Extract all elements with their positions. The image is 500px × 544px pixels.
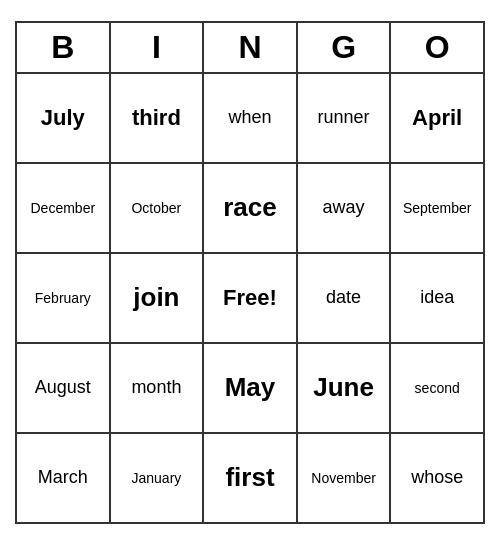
bingo-row-1: DecemberOctoberraceawaySeptember bbox=[17, 164, 483, 254]
bingo-cell-0-4: April bbox=[391, 74, 483, 162]
cell-text-1-0: December bbox=[31, 200, 96, 216]
cell-text-2-0: February bbox=[35, 290, 91, 306]
cell-text-1-2: race bbox=[223, 192, 277, 223]
cell-text-3-1: month bbox=[131, 377, 181, 398]
cell-text-0-4: April bbox=[412, 105, 462, 131]
bingo-row-2: FebruaryjoinFree!dateidea bbox=[17, 254, 483, 344]
cell-text-1-1: October bbox=[131, 200, 181, 216]
header-cell-o: O bbox=[391, 23, 483, 72]
cell-text-3-2: May bbox=[225, 372, 276, 403]
cell-text-4-4: whose bbox=[411, 467, 463, 488]
bingo-cell-0-3: runner bbox=[298, 74, 392, 162]
bingo-cell-2-2: Free! bbox=[204, 254, 298, 342]
cell-text-0-0: July bbox=[41, 105, 85, 131]
bingo-cell-0-0: July bbox=[17, 74, 111, 162]
header-cell-i: I bbox=[111, 23, 205, 72]
header-cell-n: N bbox=[204, 23, 298, 72]
cell-text-4-3: November bbox=[311, 470, 376, 486]
cell-text-2-4: idea bbox=[420, 287, 454, 308]
bingo-cell-4-2: first bbox=[204, 434, 298, 522]
header-row: BINGO bbox=[17, 23, 483, 74]
cell-text-3-4: second bbox=[415, 380, 460, 396]
bingo-cell-4-3: November bbox=[298, 434, 392, 522]
bingo-cell-3-4: second bbox=[391, 344, 483, 432]
bingo-cell-4-1: January bbox=[111, 434, 205, 522]
bingo-cell-0-1: third bbox=[111, 74, 205, 162]
bingo-cell-1-3: away bbox=[298, 164, 392, 252]
bingo-cell-3-2: May bbox=[204, 344, 298, 432]
cell-text-1-3: away bbox=[323, 197, 365, 218]
cell-text-3-3: June bbox=[313, 372, 374, 403]
bingo-cell-1-1: October bbox=[111, 164, 205, 252]
cell-text-3-0: August bbox=[35, 377, 91, 398]
bingo-cell-1-2: race bbox=[204, 164, 298, 252]
bingo-cell-2-0: February bbox=[17, 254, 111, 342]
cell-text-0-3: runner bbox=[318, 107, 370, 128]
cell-text-0-1: third bbox=[132, 105, 181, 131]
cell-text-4-1: January bbox=[131, 470, 181, 486]
cell-text-0-2: when bbox=[228, 107, 271, 128]
bingo-cell-3-1: month bbox=[111, 344, 205, 432]
bingo-cell-4-0: March bbox=[17, 434, 111, 522]
bingo-row-0: JulythirdwhenrunnerApril bbox=[17, 74, 483, 164]
cell-text-4-0: March bbox=[38, 467, 88, 488]
cell-text-4-2: first bbox=[225, 462, 274, 493]
bingo-row-4: MarchJanuaryfirstNovemberwhose bbox=[17, 434, 483, 522]
bingo-cell-2-1: join bbox=[111, 254, 205, 342]
cell-text-2-3: date bbox=[326, 287, 361, 308]
bingo-cell-2-3: date bbox=[298, 254, 392, 342]
bingo-row-3: AugustmonthMayJunesecond bbox=[17, 344, 483, 434]
bingo-cell-1-4: September bbox=[391, 164, 483, 252]
bingo-cell-2-4: idea bbox=[391, 254, 483, 342]
header-cell-b: B bbox=[17, 23, 111, 72]
header-cell-g: G bbox=[298, 23, 392, 72]
bingo-cell-3-3: June bbox=[298, 344, 392, 432]
cell-text-2-1: join bbox=[133, 282, 179, 313]
cell-text-1-4: September bbox=[403, 200, 471, 216]
bingo-card: BINGO JulythirdwhenrunnerAprilDecemberOc… bbox=[15, 21, 485, 524]
bingo-cell-0-2: when bbox=[204, 74, 298, 162]
bingo-cell-1-0: December bbox=[17, 164, 111, 252]
bingo-cell-3-0: August bbox=[17, 344, 111, 432]
cell-text-2-2: Free! bbox=[223, 285, 277, 311]
bingo-cell-4-4: whose bbox=[391, 434, 483, 522]
